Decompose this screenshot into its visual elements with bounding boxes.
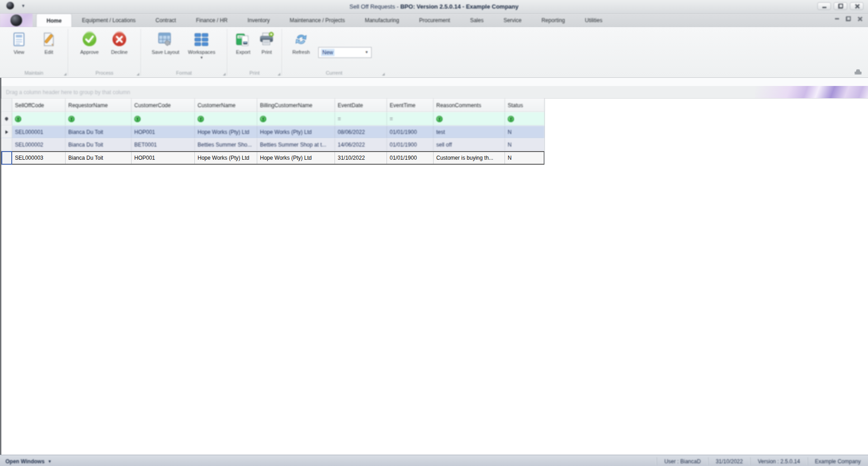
tab-sales[interactable]: Sales <box>460 14 494 27</box>
group-by-band[interactable]: Drag a column header here to group by th… <box>1 86 868 99</box>
cell-customername[interactable]: Hope Works (Pty) Ltd <box>195 126 257 138</box>
cell-billingcustomername[interactable]: Hope Works (Pty) Ltd <box>257 152 335 164</box>
table-row-focused[interactable]: SEL000003 Bianca Du Toit HOP001 Hope Wor… <box>1 151 544 165</box>
decline-button[interactable]: Decline <box>105 30 133 55</box>
cell-customername[interactable]: Hope Works (Pty) Ltd <box>195 152 257 164</box>
row-selector-cell[interactable] <box>1 126 12 138</box>
cell-eventtime[interactable]: 01/01/1900 <box>387 152 434 164</box>
column-header-eventtime[interactable]: EventTime <box>387 99 434 112</box>
filter-cell-customercode[interactable] <box>132 112 195 125</box>
cell-status[interactable]: N <box>505 126 545 138</box>
cell-requestorname[interactable]: Bianca Du Toit <box>66 152 132 164</box>
edit-button[interactable]: Edit <box>35 30 63 55</box>
tab-utilities[interactable]: Utilities <box>575 14 613 27</box>
column-header-requestorname[interactable]: RequestorName <box>66 99 132 112</box>
mdi-minimize-icon[interactable] <box>835 18 839 19</box>
cell-customercode[interactable]: HOP001 <box>132 126 195 138</box>
cell-status[interactable]: N <box>505 138 545 151</box>
filter-funnel-icon[interactable] <box>134 116 141 122</box>
cell-customercode[interactable]: BET0001 <box>132 138 195 151</box>
cell-eventdate[interactable]: 14/06/2022 <box>335 138 387 151</box>
approve-button[interactable]: Approve <box>75 30 104 55</box>
table-row[interactable]: SEL000001 Bianca Du Toit HOP001 Hope Wor… <box>1 126 544 138</box>
column-header-billingcustomername[interactable]: BillingCustomerName <box>257 99 335 112</box>
cell-billingcustomername[interactable]: Hope Works (Pty) Ltd <box>257 126 335 138</box>
row-selector-cell[interactable] <box>1 138 12 151</box>
cell-eventdate[interactable]: 31/10/2022 <box>335 152 387 164</box>
dialog-launcher-icon[interactable] <box>277 72 280 76</box>
mdi-close-icon[interactable] <box>858 17 862 21</box>
column-header-selloffcode[interactable]: SellOffCode <box>12 99 66 112</box>
cell-status[interactable]: N <box>505 152 544 164</box>
close-button[interactable] <box>850 2 863 10</box>
dialog-launcher-icon[interactable] <box>136 72 139 76</box>
export-button[interactable]: XLS Export <box>232 30 255 55</box>
tab-service[interactable]: Service <box>494 14 532 27</box>
cell-reasoncomments[interactable]: sell off <box>434 138 505 151</box>
refresh-button[interactable]: Refresh <box>288 30 314 55</box>
cell-eventtime[interactable]: 01/01/1900 <box>387 126 434 138</box>
filter-cell-reasoncomments[interactable] <box>434 112 505 125</box>
column-header-customername[interactable]: CustomerName <box>195 99 257 112</box>
filter-cell-customername[interactable] <box>195 112 257 125</box>
application-menu-button[interactable] <box>0 14 33 27</box>
table-row[interactable]: SEL000002 Bianca Du Toit BET0001 Betties… <box>1 138 544 151</box>
restore-button[interactable] <box>834 2 847 10</box>
cell-eventdate[interactable]: 08/06/2022 <box>335 126 387 138</box>
dialog-launcher-icon[interactable] <box>381 72 385 76</box>
filter-funnel-icon[interactable] <box>436 116 443 122</box>
cell-selloffcode[interactable]: SEL000001 <box>12 126 66 138</box>
cell-selloffcode[interactable]: SEL000003 <box>12 152 66 164</box>
filter-cell-selloffcode[interactable] <box>12 112 66 125</box>
filter-cell-requestorname[interactable] <box>66 112 132 125</box>
cell-customercode[interactable]: HOP001 <box>132 152 195 164</box>
cell-reasoncomments[interactable]: Customer is buying th... <box>434 152 505 164</box>
column-header-status[interactable]: Status <box>505 99 545 112</box>
row-selector-cell-focused[interactable] <box>1 151 12 165</box>
cell-requestorname[interactable]: Bianca Du Toit <box>66 126 132 138</box>
tab-procurement[interactable]: Procurement <box>409 14 460 27</box>
cell-customername[interactable]: Betties Summer Sho... <box>195 138 257 151</box>
filter-equals-icon[interactable]: = <box>390 116 393 122</box>
print-button[interactable]: Print <box>256 30 277 55</box>
cell-selloffcode[interactable]: SEL000002 <box>12 138 66 151</box>
tab-manufacturing[interactable]: Manufacturing <box>355 14 409 27</box>
mdi-restore-icon[interactable] <box>846 17 850 21</box>
filter-cell-billingcustomername[interactable] <box>257 112 335 125</box>
quick-access-dropdown-icon[interactable]: ▼ <box>21 4 25 8</box>
tab-home[interactable]: Home <box>36 14 72 27</box>
filter-funnel-icon[interactable] <box>68 116 75 122</box>
cell-reasoncomments[interactable]: test <box>434 126 505 138</box>
filter-funnel-icon[interactable] <box>260 116 266 122</box>
quick-access-toolbar[interactable]: ▼ <box>6 2 25 10</box>
filter-cell-status[interactable] <box>505 112 545 125</box>
dialog-launcher-icon[interactable] <box>222 72 226 76</box>
combobox-dropdown-icon[interactable]: ▼ <box>363 48 370 57</box>
filter-funnel-icon[interactable] <box>508 116 514 122</box>
tab-finance-hr[interactable]: Finance / HR <box>186 14 237 27</box>
column-header-customercode[interactable]: CustomerCode <box>132 99 195 112</box>
filter-funnel-icon[interactable] <box>15 116 21 122</box>
open-windows-button[interactable]: Open Windows ▼ <box>0 458 52 465</box>
cell-eventtime[interactable]: 01/01/1900 <box>387 138 434 151</box>
filter-cell-eventtime[interactable]: = <box>387 112 434 125</box>
save-layout-button[interactable]: Save Layout <box>149 30 182 55</box>
workspaces-button[interactable]: Workspaces ▼ <box>184 30 219 59</box>
column-header-eventdate[interactable]: EventDate <box>335 99 387 112</box>
tab-reporting[interactable]: Reporting <box>532 14 575 27</box>
filter-cell-eventdate[interactable]: = <box>335 112 387 125</box>
status-filter-combobox[interactable]: New ▼ <box>318 47 372 58</box>
filter-equals-icon[interactable]: = <box>338 116 341 122</box>
cell-billingcustomername[interactable]: Betties Summer Shop at t... <box>257 138 335 151</box>
dialog-launcher-icon[interactable] <box>63 72 66 76</box>
tab-equipment-locations[interactable]: Equipment / Locations <box>72 14 146 27</box>
filter-funnel-icon[interactable] <box>198 116 204 122</box>
workspaces-dropdown-icon[interactable]: ▼ <box>200 57 203 59</box>
column-header-reasoncomments[interactable]: ReasonComments <box>434 99 505 112</box>
tab-maintenance-projects[interactable]: Maintenance / Projects <box>280 14 355 27</box>
minimize-button[interactable] <box>817 2 831 10</box>
cell-requestorname[interactable]: Bianca Du Toit <box>66 138 132 151</box>
view-button[interactable]: View <box>5 30 33 55</box>
tab-inventory[interactable]: Inventory <box>237 14 279 27</box>
tab-contract[interactable]: Contract <box>146 14 186 27</box>
